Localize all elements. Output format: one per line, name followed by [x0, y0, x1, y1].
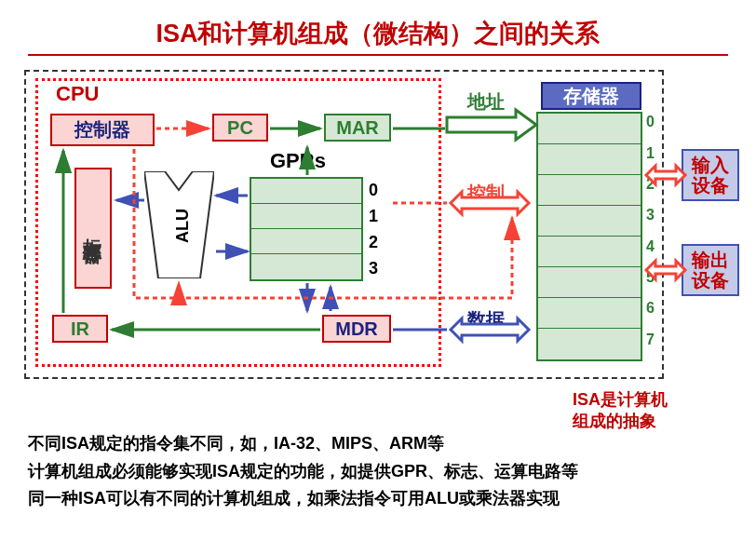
alu-label: ALU	[173, 209, 193, 243]
control-bus-label: 控制	[467, 181, 505, 206]
mem-index: 4	[646, 238, 655, 255]
cpu-label: CPU	[56, 82, 99, 106]
mem-index: 1	[646, 145, 655, 162]
flags-block: 标志寄存器	[74, 168, 112, 289]
data-bus-label: 数据	[467, 307, 505, 332]
output-device-block: 输出 设备	[682, 244, 739, 296]
gprs-block	[250, 177, 363, 281]
gprs-label: GPRs	[270, 149, 326, 173]
output-label-2: 设备	[692, 270, 729, 291]
slide-title: ISA和计算机组成（微结构）之间的关系	[0, 17, 756, 50]
mem-index: 0	[646, 114, 655, 130]
title-underline	[28, 54, 728, 56]
mem-index: 5	[646, 269, 655, 286]
input-label-1: 输入	[692, 155, 729, 175]
body-line-3: 同一种ISA可以有不同的计算机组成，如乘法指令可用ALU或乘法器实现	[28, 485, 728, 513]
input-label-2: 设备	[692, 175, 729, 196]
body-line-2: 计算机组成必须能够实现ISA规定的功能，如提供GPR、标志、运算电路等	[28, 458, 728, 486]
body-line-1: 不同ISA规定的指令集不同，如，IA-32、MIPS、ARM等	[28, 430, 728, 458]
mar-block: MAR	[324, 114, 391, 142]
memory-label: 存储器	[541, 82, 641, 110]
memory-block	[536, 112, 642, 361]
controller-block: 控制器	[50, 114, 155, 146]
address-bus-label: 地址	[467, 89, 505, 115]
isa-note-l1: ISA是计算机	[573, 390, 668, 409]
mdr-block: MDR	[322, 315, 391, 343]
isa-note: ISA是计算机 组成的抽象	[573, 389, 668, 433]
gpr-index: 1	[369, 207, 378, 226]
mem-index: 3	[646, 207, 655, 223]
mem-index: 6	[646, 300, 655, 317]
gpr-index: 3	[369, 259, 378, 278]
body-text: 不同ISA规定的指令集不同，如，IA-32、MIPS、ARM等 计算机组成必须能…	[28, 430, 728, 513]
ir-block: IR	[52, 315, 108, 343]
output-label-1: 输出	[692, 250, 729, 270]
mem-index: 2	[646, 176, 655, 193]
input-device-block: 输入 设备	[682, 149, 739, 201]
isa-note-l2: 组成的抽象	[573, 412, 656, 430]
mem-index: 7	[646, 332, 655, 348]
gpr-index: 0	[369, 181, 378, 200]
pc-block: PC	[212, 114, 268, 142]
gpr-index: 2	[369, 233, 378, 252]
